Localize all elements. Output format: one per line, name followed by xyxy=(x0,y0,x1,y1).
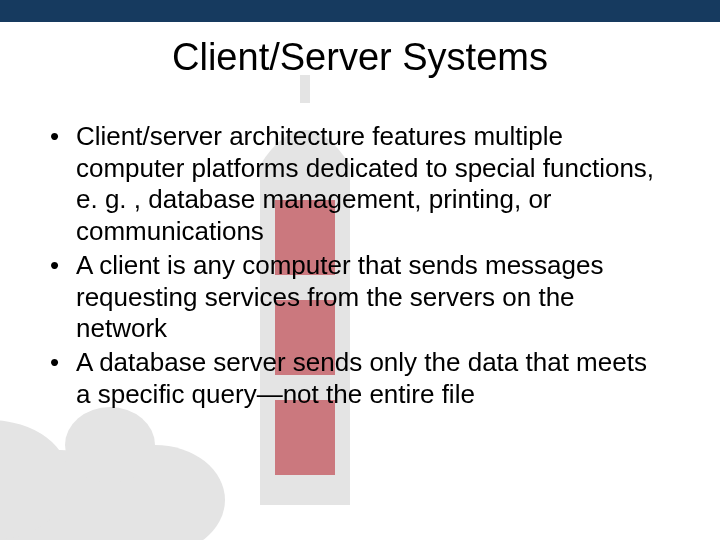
bullet-text: A client is any computer that sends mess… xyxy=(76,250,662,345)
bullet-list: • Client/server architecture features mu… xyxy=(0,121,720,410)
svg-point-0 xyxy=(0,450,180,540)
svg-rect-8 xyxy=(275,400,335,475)
bullet-dot: • xyxy=(48,347,76,410)
bullet-text: Client/server architecture features mult… xyxy=(76,121,662,248)
slide-content: Client/Server Systems • Client/server ar… xyxy=(0,36,720,410)
list-item: • Client/server architecture features mu… xyxy=(48,121,662,248)
svg-point-3 xyxy=(65,407,155,483)
list-item: • A database server sends only the data … xyxy=(48,347,662,410)
bullet-dot: • xyxy=(48,121,76,248)
slide-title: Client/Server Systems xyxy=(0,36,720,79)
list-item: • A client is any computer that sends me… xyxy=(48,250,662,345)
svg-point-1 xyxy=(85,445,225,540)
top-bar xyxy=(0,0,720,22)
bullet-dot: • xyxy=(48,250,76,345)
bullet-text: A database server sends only the data th… xyxy=(76,347,662,410)
svg-point-2 xyxy=(0,420,70,540)
